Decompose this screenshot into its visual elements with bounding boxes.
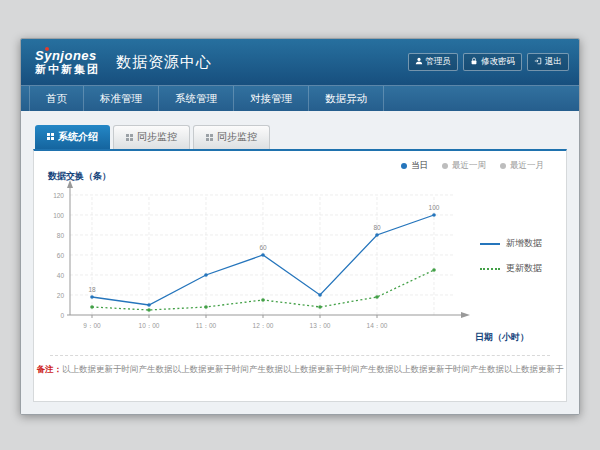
tab-label: 同步监控 <box>217 130 257 144</box>
change-password-button[interactable]: 修改密码 <box>463 53 522 71</box>
user-icon <box>415 57 423 67</box>
change-password-button-label: 修改密码 <box>481 56 515 68</box>
legend-label: 新增数据 <box>506 237 542 250</box>
svg-text:60: 60 <box>57 252 65 259</box>
svg-text:18: 18 <box>88 286 96 293</box>
desktop-background: Synjones 新中新集团 数据资源中心 管理员 修改密码 <box>0 0 600 450</box>
chart-legend: 新增数据 更新数据 <box>480 237 542 275</box>
logout-button-label: 退出 <box>545 56 562 68</box>
app-window: Synjones 新中新集团 数据资源中心 管理员 修改密码 <box>20 38 580 415</box>
admin-button[interactable]: 管理员 <box>408 53 459 71</box>
divider <box>50 355 550 356</box>
chart-panel: 当日 最近一周 最近一月 0204060801001209：0010：0011：… <box>33 149 567 402</box>
admin-button-label: 管理员 <box>426 56 452 68</box>
header-actions: 管理员 修改密码 退出 <box>408 53 570 71</box>
logout-icon <box>534 57 542 67</box>
page-title: 数据资源中心 <box>116 53 212 72</box>
content-area: 系统介绍 同步监控 同步监控 <box>21 111 579 415</box>
grid-icon <box>47 131 54 142</box>
app-header: Synjones 新中新集团 数据资源中心 管理员 修改密码 <box>21 39 579 85</box>
logo-subtext: 新中新集团 <box>35 63 100 75</box>
main-nav: 首页 标准管理 系统管理 对接管理 数据异动 <box>21 85 579 111</box>
svg-text:80: 80 <box>373 224 381 231</box>
nav-item-system-mgmt[interactable]: 系统管理 <box>159 86 234 111</box>
nav-item-interface-mgmt[interactable]: 对接管理 <box>234 86 309 111</box>
logout-button[interactable]: 退出 <box>527 53 569 71</box>
tab-bar: 系统介绍 同步监控 同步监控 <box>33 125 567 149</box>
nav-item-standard-mgmt[interactable]: 标准管理 <box>84 86 159 111</box>
legend-update-data: 更新数据 <box>480 262 542 275</box>
tab-sync-monitor-2[interactable]: 同步监控 <box>193 125 270 149</box>
svg-text:120: 120 <box>53 192 64 199</box>
svg-text:14：00: 14：00 <box>367 322 388 329</box>
footnote: 备注：以上数据更新于时间产生数据以上数据更新于时间产生数据以上数据更新于时间产生… <box>34 364 566 376</box>
svg-text:13：00: 13：00 <box>310 322 331 329</box>
tab-label: 系统介绍 <box>58 130 98 144</box>
tab-label: 同步监控 <box>137 130 177 144</box>
svg-text:100: 100 <box>429 204 440 211</box>
svg-text:日期（小时）: 日期（小时） <box>475 332 529 342</box>
footnote-prefix: 备注： <box>37 364 63 374</box>
svg-text:20: 20 <box>57 292 65 299</box>
tab-sync-monitor-1[interactable]: 同步监控 <box>113 125 190 149</box>
footnote-text: 以上数据更新于时间产生数据以上数据更新于时间产生数据以上数据更新于时间产生数据以… <box>62 364 564 374</box>
svg-text:数据交换（条）: 数据交换（条） <box>47 171 111 181</box>
svg-text:60: 60 <box>259 244 267 251</box>
blue-line-icon <box>480 243 500 245</box>
grid-icon <box>126 132 133 143</box>
legend-label: 更新数据 <box>506 262 542 275</box>
logo: Synjones 新中新集团 <box>35 49 100 75</box>
svg-text:40: 40 <box>57 272 65 279</box>
svg-text:100: 100 <box>53 212 64 219</box>
svg-text:80: 80 <box>57 232 65 239</box>
svg-text:12：00: 12：00 <box>253 322 274 329</box>
nav-item-data-change[interactable]: 数据异动 <box>309 86 384 111</box>
lock-icon <box>470 57 478 67</box>
legend-new-data: 新增数据 <box>480 237 542 250</box>
tab-system-intro[interactable]: 系统介绍 <box>35 125 110 149</box>
green-dotted-line-icon <box>480 268 500 270</box>
grid-icon <box>206 132 213 143</box>
svg-text:9：00: 9：00 <box>83 322 101 329</box>
svg-text:11：00: 11：00 <box>196 322 217 329</box>
nav-item-home[interactable]: 首页 <box>29 86 84 111</box>
svg-text:0: 0 <box>60 312 64 319</box>
logo-dot-icon <box>45 47 49 51</box>
logo-text: Synjones <box>35 49 100 63</box>
svg-text:10：00: 10：00 <box>139 322 160 329</box>
